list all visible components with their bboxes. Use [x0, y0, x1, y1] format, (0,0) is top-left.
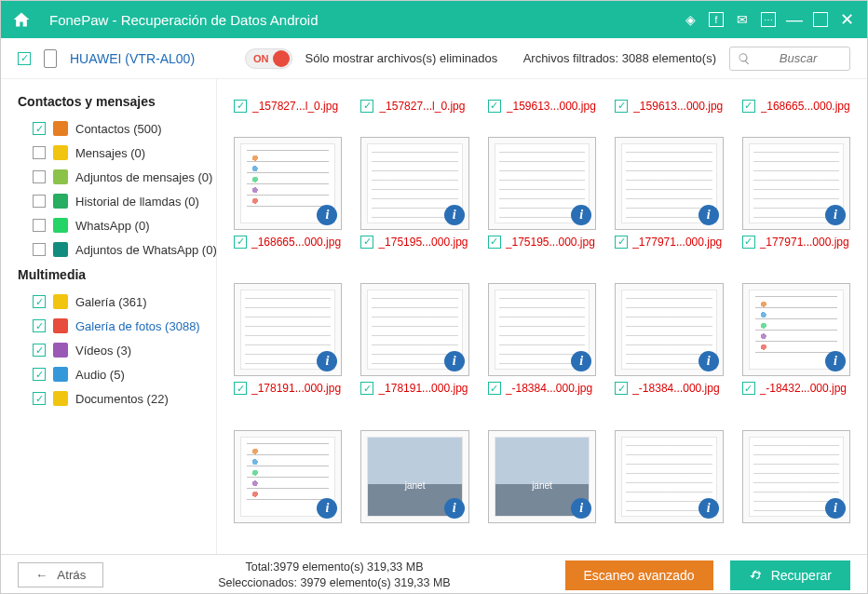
thumbnail-cell[interactable]: i✓_177971...000.jpg [742, 137, 850, 271]
item-checkbox[interactable]: ✓ [33, 368, 46, 381]
recover-button[interactable]: Recuperar [730, 560, 850, 590]
sidebar-item[interactable]: Mensajes (0) [18, 141, 216, 165]
file-caption[interactable]: ✓_159613...000.jpg [488, 88, 596, 124]
info-icon[interactable]: i [317, 205, 337, 225]
facebook-icon[interactable]: f [709, 12, 724, 27]
info-icon[interactable]: i [698, 351, 719, 371]
thumbnail[interactable]: i [234, 283, 342, 376]
file-caption[interactable]: ✓_157827...l_0.jpg [234, 88, 342, 124]
info-icon[interactable]: i [444, 351, 465, 371]
feedback-icon[interactable]: ✉ [733, 10, 752, 29]
thumbnail-cell[interactable]: i✓_175195...000.jpg [488, 137, 596, 271]
info-icon[interactable]: i [698, 498, 719, 519]
thumbnail[interactable]: i [742, 430, 850, 523]
thumbnail-cell[interactable]: i✓_175195...000.jpg [360, 137, 468, 271]
device-checkbox[interactable]: ✓ [18, 52, 31, 65]
thumbnail[interactable]: i [360, 137, 468, 230]
file-checkbox[interactable]: ✓ [234, 382, 247, 395]
info-icon[interactable]: i [571, 205, 591, 225]
file-checkbox[interactable]: ✓ [742, 236, 755, 249]
home-icon[interactable] [12, 10, 31, 29]
info-icon[interactable]: i [825, 498, 846, 519]
sidebar-item[interactable]: ✓Galería de fotos (3088) [18, 314, 216, 338]
thumbnail-cell[interactable]: i✓_-18384...000.jpg [615, 283, 723, 417]
thumbnail[interactable]: i [488, 283, 596, 376]
info-icon[interactable]: i [571, 498, 591, 519]
thumbnail-cell[interactable]: i✓_-18432...000.jpg [742, 283, 850, 417]
info-icon[interactable]: i [698, 205, 719, 225]
file-checkbox[interactable]: ✓ [360, 236, 373, 249]
search-input[interactable] [756, 51, 840, 65]
item-checkbox[interactable] [33, 146, 46, 159]
item-checkbox[interactable]: ✓ [33, 295, 46, 308]
close-button[interactable]: ✕ [837, 10, 856, 29]
file-checkbox[interactable]: ✓ [360, 382, 373, 395]
thumbnail[interactable]: i [234, 137, 342, 230]
file-caption[interactable]: ✓_168665...000.jpg [742, 88, 850, 124]
item-checkbox[interactable] [33, 195, 46, 208]
sidebar-item[interactable]: ✓Audio (5) [18, 362, 216, 386]
sidebar-item[interactable]: WhatsApp (0) [18, 213, 216, 237]
thumbnail-cell[interactable]: i [615, 430, 723, 546]
thumbnail[interactable]: i [742, 137, 850, 230]
sidebar-item[interactable]: Adjuntos de mensajes (0) [18, 165, 216, 189]
file-checkbox[interactable]: ✓ [488, 100, 501, 113]
thumbnail-cell[interactable]: i✓_-18384...000.jpg [488, 283, 596, 417]
item-checkbox[interactable] [33, 243, 46, 256]
sidebar-item[interactable]: Historial de llamdas (0) [18, 189, 216, 213]
thumbnail-cell[interactable]: i✓_168665...000.jpg [234, 137, 342, 271]
thumbnail-grid[interactable]: ✓_157827...l_0.jpg✓_157827...l_0.jpg✓_15… [217, 79, 867, 554]
thumbnail-cell[interactable]: i✓_178191...000.jpg [360, 283, 468, 417]
thumbnail-cell[interactable]: i✓_178191...000.jpg [234, 283, 342, 417]
thumbnail-cell[interactable]: i✓_177971...000.jpg [615, 137, 723, 271]
item-checkbox[interactable]: ✓ [33, 122, 46, 135]
deleted-only-toggle[interactable]: ON [245, 48, 292, 69]
file-checkbox[interactable]: ✓ [742, 100, 755, 113]
info-icon[interactable]: i [825, 351, 846, 371]
file-caption[interactable]: ✓_157827...l_0.jpg [360, 88, 468, 124]
more-icon[interactable]: ⋯ [761, 12, 776, 27]
thumbnail[interactable]: i [488, 137, 596, 230]
item-checkbox[interactable]: ✓ [33, 392, 46, 405]
thumbnail-cell[interactable]: i [360, 430, 468, 546]
file-checkbox[interactable]: ✓ [615, 236, 628, 249]
thumbnail[interactable]: i [360, 283, 468, 376]
thumbnail[interactable]: i [360, 430, 468, 523]
thumbnail[interactable]: i [615, 137, 723, 230]
thumbnail[interactable]: i [615, 430, 723, 523]
item-checkbox[interactable] [33, 170, 46, 183]
file-checkbox[interactable]: ✓ [615, 382, 628, 395]
back-button[interactable]: ← Atrás [18, 562, 103, 587]
thumbnail[interactable]: i [488, 430, 596, 523]
file-checkbox[interactable]: ✓ [234, 100, 247, 113]
thumbnail-cell[interactable]: i [234, 430, 342, 546]
thumbnail[interactable]: i [234, 430, 342, 523]
item-checkbox[interactable]: ✓ [33, 344, 46, 357]
search-box[interactable] [729, 47, 850, 71]
thumbnail-cell[interactable]: i [742, 430, 850, 546]
thumbnail[interactable]: i [742, 283, 850, 376]
minimize-button[interactable]: — [785, 10, 804, 29]
file-checkbox[interactable]: ✓ [488, 236, 501, 249]
sidebar-item[interactable]: ✓Contactos (500) [18, 116, 216, 141]
file-checkbox[interactable]: ✓ [234, 236, 247, 249]
file-checkbox[interactable]: ✓ [742, 382, 755, 395]
info-icon[interactable]: i [317, 498, 337, 519]
sidebar-item[interactable]: Adjuntos de WhatsApp (0) [18, 237, 216, 262]
thumbnail[interactable]: i [615, 283, 723, 376]
info-icon[interactable]: i [825, 205, 846, 225]
file-checkbox[interactable]: ✓ [360, 100, 373, 113]
maximize-button[interactable] [813, 12, 828, 27]
sidebar-item[interactable]: ✓Vídeos (3) [18, 338, 216, 362]
item-checkbox[interactable]: ✓ [33, 319, 46, 332]
sidebar-item[interactable]: ✓Documentos (22) [18, 386, 216, 411]
sidebar-item[interactable]: ✓Galería (361) [18, 290, 216, 314]
advanced-scan-button[interactable]: Escaneo avanzado [565, 560, 713, 590]
thumbnail-cell[interactable]: i [488, 430, 596, 546]
info-icon[interactable]: i [444, 498, 465, 519]
item-checkbox[interactable] [33, 219, 46, 232]
file-checkbox[interactable]: ✓ [615, 100, 628, 113]
premium-icon[interactable]: ◈ [681, 10, 699, 29]
file-caption[interactable]: ✓_159613...000.jpg [615, 88, 723, 124]
file-checkbox[interactable]: ✓ [488, 382, 501, 395]
